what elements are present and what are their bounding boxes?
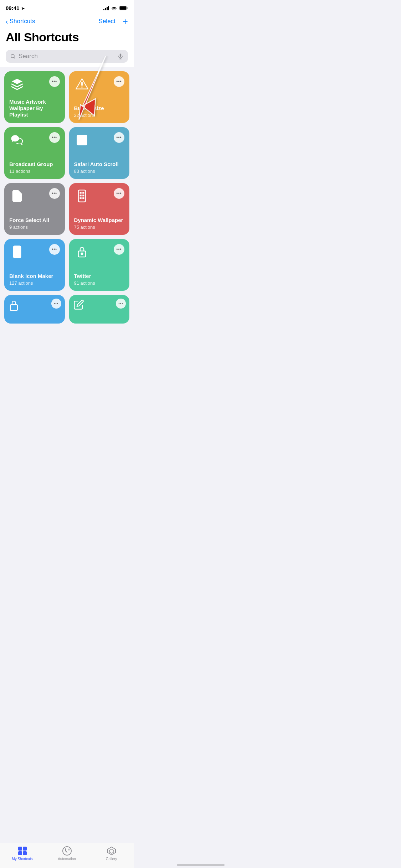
card-actions: 11 actions: [9, 169, 60, 174]
card-top: •••: [9, 244, 60, 260]
more-dots-icon: •••: [52, 191, 57, 196]
lock-icon: [74, 244, 90, 260]
card-more-partial-right[interactable]: •••: [116, 299, 126, 309]
signal-icon: [103, 6, 109, 10]
layers-icon: [9, 76, 25, 92]
card-bottom: Blank Icon Maker 127 actions: [9, 273, 60, 286]
card-bottom: Broadcast Group 11 actions: [9, 161, 60, 174]
card-bottom: Force Select All 9 actions: [9, 217, 60, 230]
phone-icon: [9, 244, 25, 260]
card-top: •••: [9, 188, 60, 204]
partial-card-right[interactable]: •••: [69, 295, 130, 324]
card-title: Blank Icon Maker: [9, 273, 60, 279]
more-dots-icon: •••: [52, 79, 57, 84]
nav-bar: ‹ Shortcuts Select +: [0, 14, 134, 29]
shortcut-card-blank-icon-maker[interactable]: ••• Blank Icon Maker 127 actions: [4, 239, 65, 291]
svg-rect-21: [82, 197, 84, 199]
card-more-button-twitter[interactable]: •••: [114, 244, 124, 255]
card-more-button-force-select-all[interactable]: •••: [49, 188, 60, 199]
card-top: •••: [74, 244, 125, 260]
grid-phone-icon: [74, 188, 90, 204]
page-title-area: All Shortcuts: [0, 29, 134, 48]
card-bottom: Safari Auto Scroll 83 actions: [74, 161, 125, 174]
card-more-button-dynamic-wallpaper[interactable]: •••: [114, 188, 124, 199]
card-more-button-safari-auto-scroll[interactable]: •••: [114, 132, 124, 143]
page-title: All Shortcuts: [6, 30, 128, 44]
card-actions: 9 actions: [9, 224, 60, 230]
svg-rect-15: [78, 190, 86, 202]
card-title: Dynamic Wallpaper: [74, 217, 125, 223]
status-icons: [103, 6, 128, 10]
card-actions: 83 actions: [74, 169, 125, 174]
card-more-button-broadcast-group[interactable]: •••: [49, 132, 60, 143]
partial-cards-row: ••• •••: [0, 291, 134, 359]
shortcut-card-music-artwork[interactable]: ••• Music Artwork Wallpaper By Playlist: [4, 71, 65, 123]
card-actions: 75 actions: [74, 224, 125, 230]
card-top: •••: [9, 76, 60, 92]
card-title: Twitter: [74, 273, 125, 279]
lock-icon-partial: [9, 299, 19, 313]
back-button[interactable]: ‹ Shortcuts: [6, 17, 35, 26]
card-top: •••: [74, 132, 125, 148]
card-title: Broadcast Group: [9, 161, 60, 167]
svg-rect-18: [79, 195, 81, 196]
card-top: •••: [74, 188, 125, 204]
svg-rect-20: [79, 197, 81, 199]
more-dots-icon: •••: [52, 135, 57, 140]
shortcut-card-dynamic-wallpaper[interactable]: ••• Dynamic Wallpaper 75 actions: [69, 183, 130, 235]
svg-rect-19: [82, 195, 84, 196]
add-button[interactable]: +: [123, 17, 128, 26]
browser-icon: [74, 132, 90, 148]
pencil-icon-partial: [73, 299, 84, 311]
card-more-partial-left[interactable]: •••: [51, 299, 61, 309]
annotation-arrow: [57, 56, 128, 128]
svg-rect-16: [79, 192, 81, 193]
svg-rect-26: [10, 305, 17, 310]
svg-point-2: [11, 55, 14, 58]
card-top: •••: [9, 132, 60, 148]
card-actions: 127 actions: [9, 280, 60, 286]
card-actions: 91 actions: [74, 280, 125, 286]
status-bar: 09:41 ➤: [0, 0, 134, 14]
status-time: 09:41 ➤: [6, 5, 25, 11]
svg-rect-17: [82, 192, 84, 193]
card-more-button-blank-icon-maker[interactable]: •••: [49, 244, 60, 255]
card-title: Music Artwork Wallpaper By Playlist: [9, 99, 60, 118]
svg-rect-10: [79, 140, 82, 143]
select-button[interactable]: Select: [99, 18, 115, 25]
svg-rect-22: [14, 246, 21, 258]
more-dots-icon: •••: [52, 247, 57, 252]
more-dots-icon: •••: [118, 302, 123, 306]
nav-actions: Select +: [99, 17, 128, 26]
card-title: Force Select All: [9, 217, 60, 223]
more-dots-icon: •••: [116, 191, 122, 196]
more-dots-icon: •••: [54, 302, 59, 306]
card-bottom: Dynamic Wallpaper 75 actions: [74, 217, 125, 230]
partial-card-left[interactable]: •••: [4, 295, 65, 324]
svg-rect-8: [77, 135, 87, 145]
shortcut-card-twitter[interactable]: ••• Twitter 91 actions: [69, 239, 130, 291]
more-dots-icon: •••: [116, 135, 122, 140]
card-bottom: Music Artwork Wallpaper By Playlist: [9, 99, 60, 118]
document-icon: [9, 188, 25, 204]
svg-rect-1: [120, 6, 127, 10]
back-label: Shortcuts: [10, 18, 35, 25]
shortcut-card-broadcast-group[interactable]: ••• Broadcast Group 11 actions: [4, 127, 65, 179]
shortcut-card-safari-auto-scroll[interactable]: ••• Safari Auto Scroll 83 actions: [69, 127, 130, 179]
speech-bubbles-icon: [9, 132, 25, 148]
card-title: Safari Auto Scroll: [74, 161, 125, 167]
chevron-left-icon: ‹: [6, 17, 8, 26]
battery-icon: [119, 6, 128, 10]
card-bottom: Twitter 91 actions: [74, 273, 125, 286]
svg-point-25: [81, 253, 83, 255]
more-dots-icon: •••: [116, 247, 122, 252]
shortcut-card-force-select-all[interactable]: ••• Force Select All 9 actions: [4, 183, 65, 235]
search-icon: [10, 53, 16, 59]
wifi-icon: [111, 6, 117, 10]
